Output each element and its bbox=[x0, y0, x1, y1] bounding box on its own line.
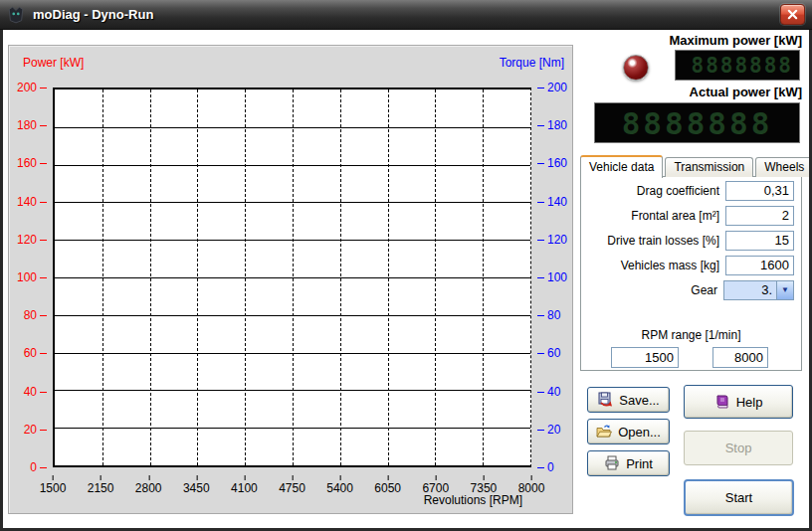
status-led bbox=[623, 55, 649, 81]
x-tick-label: 2150 bbox=[88, 481, 114, 495]
maximum-power-display: 8888888 bbox=[675, 50, 800, 81]
y-tick-label: 80 bbox=[547, 308, 560, 322]
gridline-v bbox=[483, 89, 484, 465]
frontal-area-field[interactable] bbox=[725, 206, 794, 226]
title-bar: moDiag - Dyno-Run bbox=[0, 0, 812, 30]
actual-power-label: Actual power [kW] bbox=[690, 85, 802, 99]
print-button[interactable]: Print bbox=[587, 450, 670, 476]
vehicles-mass-field[interactable] bbox=[725, 256, 794, 275]
start-button[interactable]: Start bbox=[684, 479, 794, 516]
field-row-vehicles-mass: Vehicles mass [kg] bbox=[581, 255, 801, 275]
y-tick-label: 0 bbox=[30, 460, 37, 474]
rpm-min-field[interactable] bbox=[611, 347, 679, 368]
open-folder-icon bbox=[596, 424, 612, 440]
x-tick-label: 3450 bbox=[183, 481, 210, 495]
chevron-down-icon[interactable]: ▼ bbox=[776, 281, 793, 299]
y-tick-label: 100 bbox=[547, 270, 567, 284]
x-tick-label: 5400 bbox=[326, 481, 353, 495]
maximum-power-label: Maximum power [kW] bbox=[669, 33, 802, 48]
dyno-chart-panel: Power [kW] Torque [Nm] 200 180 160 bbox=[8, 45, 573, 514]
help-button-label: Help bbox=[736, 395, 763, 410]
printer-icon bbox=[604, 455, 620, 471]
gear-label: Gear bbox=[588, 283, 717, 297]
torque-axis-ticks: 200 180 160 140 120 100 80 60 40 20 0 bbox=[535, 88, 573, 467]
app-window: moDiag - Dyno-Run Power [kW] Torque [Nm] bbox=[0, 0, 812, 531]
gridline-v bbox=[150, 89, 151, 465]
drag-coefficient-field[interactable] bbox=[725, 181, 794, 201]
y-tick-label: 80 bbox=[24, 308, 37, 322]
close-icon bbox=[787, 9, 798, 20]
y-tick-label: 180 bbox=[547, 118, 567, 132]
power-axis-ticks: 200 180 160 140 120 100 80 60 40 20 0 bbox=[11, 88, 49, 467]
y-tick-label: 60 bbox=[24, 346, 37, 360]
gear-value: 3. bbox=[724, 282, 776, 297]
close-button[interactable] bbox=[780, 4, 805, 25]
drag-coefficient-label: Drag coefficient bbox=[588, 184, 719, 198]
x-tick-label: 6050 bbox=[374, 481, 401, 495]
y-tick-label: 180 bbox=[17, 118, 37, 132]
window-title: moDiag - Dyno-Run bbox=[33, 7, 153, 22]
gridline-v bbox=[245, 89, 246, 465]
frontal-area-label: Frontal area [m²] bbox=[588, 209, 719, 223]
vehicle-data-panel: Drag coefficient Frontal area [m²] Drive… bbox=[580, 176, 802, 371]
plot-area bbox=[53, 88, 531, 467]
power-axis-title: Power [kW] bbox=[23, 56, 84, 70]
field-row-drive-train-losses: Drive train losses [%] bbox=[581, 230, 801, 251]
field-row-gear: Gear 3. ▼ bbox=[581, 279, 801, 300]
gridline-v bbox=[102, 89, 103, 465]
y-tick-label: 200 bbox=[547, 81, 567, 94]
drive-train-losses-label: Drive train losses [%] bbox=[588, 234, 719, 248]
rpm-axis-ticks: 1500 2150 2800 3450 4100 4750 5400 6050 … bbox=[53, 469, 531, 495]
help-book-icon bbox=[714, 394, 730, 410]
help-button[interactable]: Help bbox=[684, 385, 793, 419]
settings-tabstrip: Vehicle data Transmission Wheels bbox=[580, 154, 812, 177]
save-button[interactable]: Save... bbox=[587, 387, 670, 413]
tab-transmission[interactable]: Transmission bbox=[665, 157, 753, 177]
stop-button[interactable]: Stop bbox=[684, 431, 793, 465]
save-button-label: Save... bbox=[619, 393, 659, 408]
open-button-label: Open... bbox=[618, 425, 661, 440]
stop-button-label: Stop bbox=[725, 441, 752, 455]
gridline-v bbox=[340, 89, 341, 465]
rpm-range-label: RPM range [1/min] bbox=[581, 328, 801, 342]
rpm-axis-title: Revolutions [RPM] bbox=[424, 493, 522, 507]
tab-wheels[interactable]: Wheels bbox=[755, 157, 812, 177]
y-tick-label: 160 bbox=[17, 156, 37, 170]
save-icon bbox=[597, 392, 613, 408]
y-tick-label: 0 bbox=[547, 460, 554, 474]
app-icon bbox=[7, 6, 27, 24]
x-tick-label: 4750 bbox=[279, 481, 305, 495]
y-tick-label: 20 bbox=[547, 423, 560, 437]
field-row-drag-coefficient: Drag coefficient bbox=[581, 180, 801, 201]
y-tick-label: 60 bbox=[547, 346, 560, 360]
y-tick-label: 100 bbox=[17, 270, 37, 284]
y-tick-label: 200 bbox=[17, 81, 37, 94]
start-button-label: Start bbox=[725, 490, 752, 505]
torque-axis-title: Torque [Nm] bbox=[500, 56, 564, 70]
rpm-max-field[interactable] bbox=[712, 347, 768, 368]
x-tick-label: 4100 bbox=[231, 481, 258, 495]
y-tick-label: 40 bbox=[547, 385, 560, 399]
tab-vehicle-data[interactable]: Vehicle data bbox=[580, 155, 663, 178]
gridline-v bbox=[435, 89, 436, 465]
y-tick-label: 160 bbox=[547, 156, 567, 170]
vehicles-mass-label: Vehicles mass [kg] bbox=[588, 259, 719, 272]
y-tick-label: 120 bbox=[547, 233, 567, 247]
gridline-v bbox=[293, 89, 294, 465]
gridline-v bbox=[388, 89, 389, 465]
y-tick-label: 140 bbox=[547, 195, 567, 209]
y-tick-label: 40 bbox=[24, 385, 37, 399]
print-button-label: Print bbox=[626, 456, 653, 471]
y-tick-label: 20 bbox=[24, 423, 37, 437]
x-tick-label: 1500 bbox=[40, 481, 67, 495]
gridline-v bbox=[197, 89, 198, 465]
y-tick-label: 140 bbox=[17, 195, 37, 209]
field-row-frontal-area: Frontal area [m²] bbox=[581, 205, 801, 226]
y-tick-label: 120 bbox=[17, 233, 37, 247]
drive-train-losses-field[interactable] bbox=[725, 231, 794, 251]
open-button[interactable]: Open... bbox=[587, 419, 670, 444]
gear-select[interactable]: 3. ▼ bbox=[723, 280, 794, 300]
actual-power-display: 8888888 bbox=[594, 102, 800, 143]
x-tick-label: 2800 bbox=[135, 481, 162, 495]
